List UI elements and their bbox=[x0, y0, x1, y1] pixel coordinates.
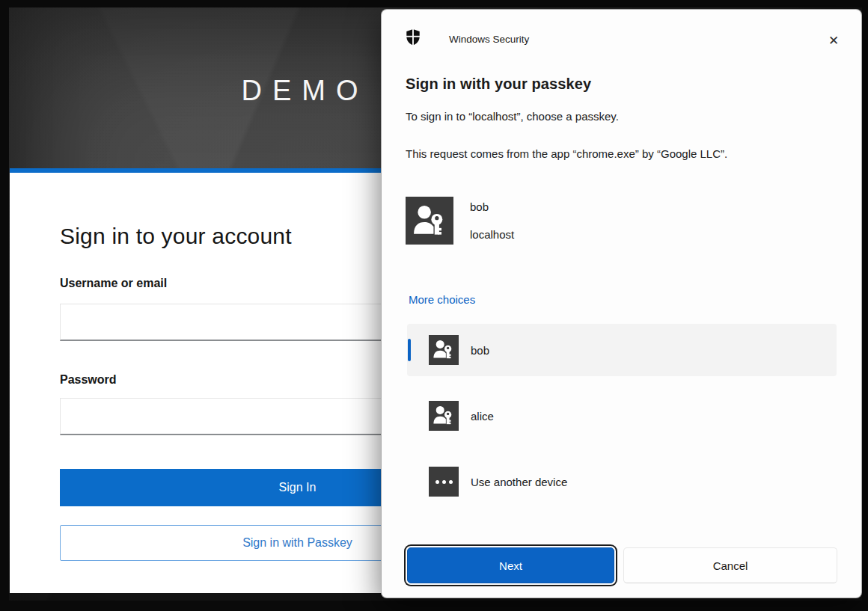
passkey-user-icon bbox=[429, 401, 459, 431]
selected-passkey-name: bob bbox=[470, 200, 514, 213]
windows-security-dialog: Windows Security ✕ Sign in with your pas… bbox=[381, 9, 862, 598]
choice-item-use-another-device[interactable]: Use another device bbox=[407, 455, 837, 508]
close-icon: ✕ bbox=[828, 34, 839, 48]
choice-label: alice bbox=[471, 410, 494, 423]
cancel-button[interactable]: Cancel bbox=[623, 547, 837, 583]
dialog-heading: Sign in with your passkey bbox=[406, 76, 591, 93]
selection-indicator bbox=[408, 339, 411, 361]
close-button[interactable]: ✕ bbox=[822, 29, 846, 53]
dialog-subtext-app: This request comes from the app “chrome.… bbox=[406, 147, 727, 160]
windows-security-shield-icon bbox=[405, 28, 421, 46]
selected-passkey-provider: localhost bbox=[470, 228, 514, 241]
passkey-user-icon bbox=[429, 335, 459, 365]
more-choices-link[interactable]: More choices bbox=[409, 293, 475, 306]
ellipsis-icon bbox=[429, 467, 459, 497]
dialog-title: Windows Security bbox=[449, 34, 529, 45]
page-title: Sign in to your account bbox=[60, 224, 292, 249]
passkey-user-icon bbox=[406, 197, 453, 245]
next-button[interactable]: Next bbox=[407, 547, 614, 583]
selected-passkey-tile: bob localhost bbox=[406, 197, 514, 245]
screen: DEMO Sign in to your account Username or… bbox=[0, 0, 868, 611]
dialog-subtext-site: To sign in to “localhost”, choose a pass… bbox=[406, 110, 619, 123]
password-label: Password bbox=[60, 373, 117, 387]
choice-item-alice[interactable]: alice bbox=[407, 390, 837, 442]
choice-label: bob bbox=[471, 344, 489, 357]
passkey-choice-list: bob alice Use another device bbox=[407, 324, 837, 521]
username-label: Username or email bbox=[60, 277, 167, 290]
choice-item-bob[interactable]: bob bbox=[407, 324, 837, 376]
choice-label: Use another device bbox=[471, 476, 567, 488]
selected-passkey-texts: bob localhost bbox=[470, 197, 514, 245]
